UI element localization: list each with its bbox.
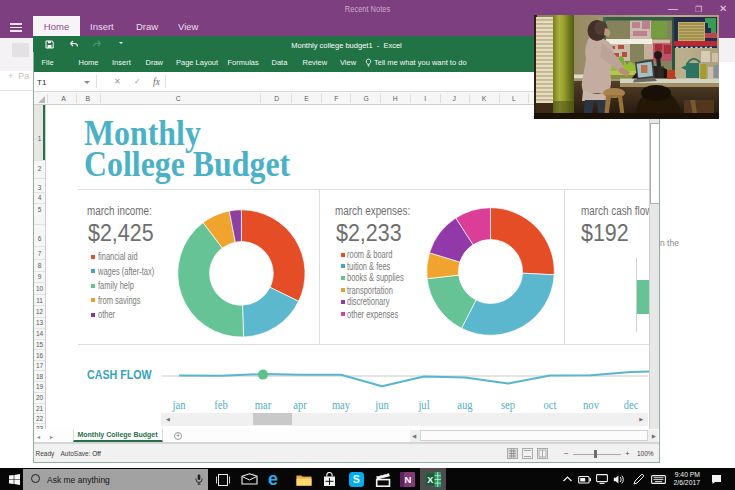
svg-text:X: X <box>427 474 433 484</box>
